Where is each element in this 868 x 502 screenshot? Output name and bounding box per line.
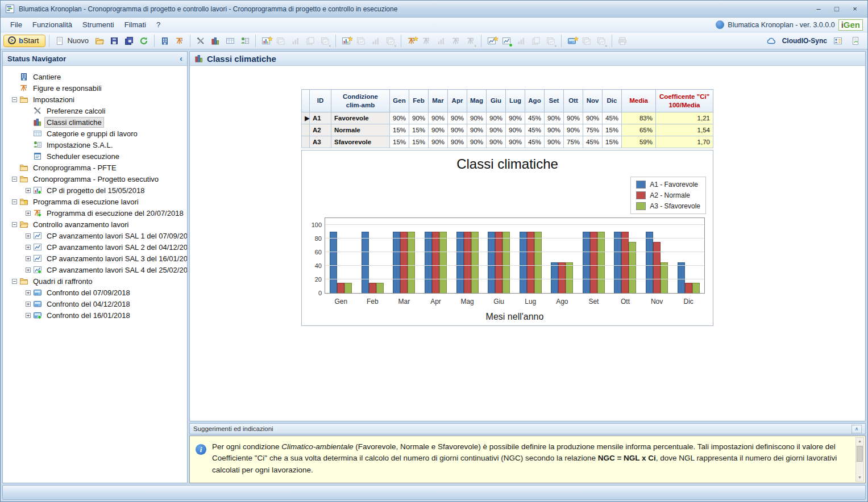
tree-item-cronoprogramma-esecutivo-label[interactable]: Cronoprogramma - Progetto esecutivo — [31, 174, 161, 185]
tree-item-scheduler[interactable]: Scheduler esecuzione — [3, 150, 187, 162]
month-cell-nov[interactable]: 75% — [583, 124, 603, 136]
impostazione-sal-icon[interactable] — [238, 34, 252, 48]
tree-item-confronto-3[interactable]: +Confronto del 16/01/2018 — [3, 309, 187, 321]
tree-item-cp-progetto-label[interactable]: CP di progetto del 15/05/2018 — [44, 185, 147, 196]
expand-icon[interactable]: + — [26, 267, 31, 273]
nuovo-confronto-icon[interactable] — [565, 34, 579, 48]
column-header[interactable]: Lug — [506, 90, 525, 112]
expand-icon[interactable]: + — [26, 313, 31, 318]
scroll-down-icon[interactable]: ▼ — [858, 474, 862, 481]
month-cell-feb[interactable]: 15% — [409, 124, 429, 136]
column-header[interactable]: Dic — [603, 90, 622, 112]
tree-item-sal-4[interactable]: +CP avanzamento lavori SAL 4 del 25/02/2… — [3, 264, 187, 275]
month-cell-giu[interactable]: 90% — [487, 112, 506, 124]
tree-item-quadri-raffronto[interactable]: −Quadri di raffronto — [3, 275, 187, 287]
id-cell[interactable]: A3 — [310, 136, 331, 148]
tree-item-preferenze-calcoli-label[interactable]: Preferenze calcoli — [44, 106, 107, 116]
tree-item-programma-esecuzione[interactable]: +Programma di esecuzione del 20/07/2018 — [3, 207, 187, 219]
tree-item-programma-esecuzione-lavori[interactable]: −Programma di esecuzione lavori — [3, 196, 187, 207]
month-cell-mag[interactable]: 90% — [467, 136, 487, 148]
menu-item-funzionalit[interactable]: Funzionalità — [27, 19, 77, 31]
id-cell[interactable]: A1 — [310, 112, 331, 124]
month-cell-ott[interactable]: 90% — [564, 124, 583, 136]
tree-item-impostazione-sal-label[interactable]: Impostazione S.A.L. — [44, 140, 115, 150]
column-header[interactable]: Apr — [448, 90, 467, 112]
nuovo-cp-esecutivo-icon[interactable] — [339, 34, 353, 48]
expand-icon[interactable]: + — [26, 290, 31, 295]
nuovo-icon[interactable] — [53, 34, 67, 48]
tree-item-sal-1-label[interactable]: CP avanzamento lavori SAL 1 del 07/09/20… — [44, 231, 187, 241]
condizione-cell[interactable]: Sfavorevole — [331, 136, 390, 148]
tree-item-sal-3-label[interactable]: CP avanzamento lavori SAL 3 del 16/01/20… — [44, 253, 187, 264]
tree-item-confronto-1-label[interactable]: Confronto del 07/09/2018 — [44, 287, 132, 298]
month-cell-lug[interactable]: 90% — [506, 136, 525, 148]
month-cell-ago[interactable]: 45% — [525, 124, 545, 136]
tree-item-classi-climatiche[interactable]: Classi climatiche — [3, 116, 187, 128]
bstart-button[interactable]: > bStart — [3, 35, 45, 47]
column-header[interactable]: Set — [545, 90, 564, 112]
month-cell-feb[interactable]: 15% — [409, 136, 429, 148]
menu-item-file[interactable]: File — [5, 19, 27, 31]
tree-item-cronoprogramma-esecutivo[interactable]: −Cronoprogramma - Progetto esecutivo — [3, 173, 187, 185]
column-header[interactable]: Giu — [487, 90, 506, 112]
collapse-icon[interactable]: − — [12, 222, 17, 227]
month-cell-gen[interactable]: 15% — [390, 124, 409, 136]
nuovo-programma-icon[interactable] — [405, 34, 418, 48]
column-header[interactable]: Gen — [390, 90, 409, 112]
sidebar-collapse-icon[interactable]: ‹ — [180, 54, 182, 63]
tree-item-sal-2[interactable]: +CP avanzamento lavori SAL 2 del 04/12/2… — [3, 241, 187, 253]
expand-icon[interactable]: + — [26, 256, 31, 261]
tree-item-impostazione-sal[interactable]: Impostazione S.A.L. — [3, 139, 187, 150]
tree-item-confronto-2[interactable]: +Confronto del 04/12/2018 — [3, 298, 187, 309]
expand-icon[interactable]: + — [26, 233, 31, 239]
refresh-icon[interactable] — [137, 34, 151, 48]
classi-climatiche-icon[interactable] — [209, 34, 222, 48]
tree-item-sal-3[interactable]: +CP avanzamento lavori SAL 3 del 16/01/2… — [3, 253, 187, 264]
tree-item-scheduler-label[interactable]: Scheduler esecuzione — [44, 151, 122, 162]
contact-card-icon[interactable] — [831, 34, 845, 48]
month-cell-ago[interactable]: 45% — [525, 136, 545, 148]
collapse-icon[interactable]: − — [12, 199, 17, 204]
month-cell-giu[interactable]: 90% — [487, 136, 506, 148]
month-cell-ott[interactable]: 90% — [564, 112, 583, 124]
scroll-up-icon[interactable]: ▲ — [858, 438, 862, 445]
suggestions-scrollbar[interactable]: ▲ ▼ — [855, 437, 864, 482]
save-icon[interactable] — [107, 34, 121, 48]
column-header[interactable]: ID — [310, 90, 331, 112]
tree-item-impostazioni[interactable]: −Impostazioni — [3, 94, 187, 105]
expand-icon[interactable]: + — [26, 302, 31, 307]
column-header[interactable]: Mar — [429, 90, 448, 112]
tree-item-controllo-avanzamento-label[interactable]: Controllo avanzamento lavori — [31, 219, 131, 230]
column-header[interactable]: Mag — [467, 90, 487, 112]
tree-item-sal-2-label[interactable]: CP avanzamento lavori SAL 2 del 04/12/20… — [44, 242, 187, 253]
save-all-icon[interactable] — [122, 34, 136, 48]
column-header[interactable]: Nov — [583, 90, 603, 112]
month-cell-mag[interactable]: 90% — [467, 112, 487, 124]
column-header[interactable]: Media — [622, 90, 656, 112]
cantiere-icon[interactable] — [158, 34, 172, 48]
month-cell-nov[interactable]: 90% — [583, 112, 603, 124]
nuovo-button[interactable]: Nuovo — [53, 34, 92, 48]
month-cell-apr[interactable]: 90% — [448, 124, 467, 136]
tree-item-confronto-3-label[interactable]: Confronto del 16/01/2018 — [44, 310, 132, 321]
cloud-sync-label[interactable]: CloudIO-Sync — [782, 37, 827, 45]
month-cell-lug[interactable]: 90% — [506, 124, 525, 136]
tree-item-cp-progetto[interactable]: +CP di progetto del 15/05/2018 — [3, 185, 187, 196]
nuovo-cp-pfte-icon[interactable] — [259, 34, 273, 48]
document-sync-icon[interactable] — [849, 34, 862, 48]
condizione-cell[interactable]: Favorevole — [331, 112, 390, 124]
month-cell-dic[interactable]: 15% — [603, 124, 622, 136]
maximize-icon[interactable]: □ — [832, 5, 841, 13]
month-cell-nov[interactable]: 45% — [583, 136, 603, 148]
tree-item-quadri-raffronto-label[interactable]: Quadri di raffronto — [31, 276, 95, 287]
tree-item-preferenze-calcoli[interactable]: Preferenze calcoli — [3, 105, 187, 116]
month-cell-gen[interactable]: 90% — [390, 112, 409, 124]
tree-item-cronoprogramma-pfte[interactable]: Cronoprogramma - PFTE — [3, 162, 187, 173]
menu-item-[interactable]: ? — [151, 19, 165, 31]
row-selector-cell[interactable] — [302, 124, 310, 136]
tree-item-cantiere[interactable]: Cantiere — [3, 71, 187, 82]
tree-item-sal-4-label[interactable]: CP avanzamento lavori SAL 4 del 25/02/20… — [44, 265, 187, 275]
month-cell-mag[interactable]: 90% — [467, 124, 487, 136]
expand-icon[interactable]: + — [26, 211, 31, 216]
cloud-sync-icon[interactable] — [765, 34, 778, 48]
